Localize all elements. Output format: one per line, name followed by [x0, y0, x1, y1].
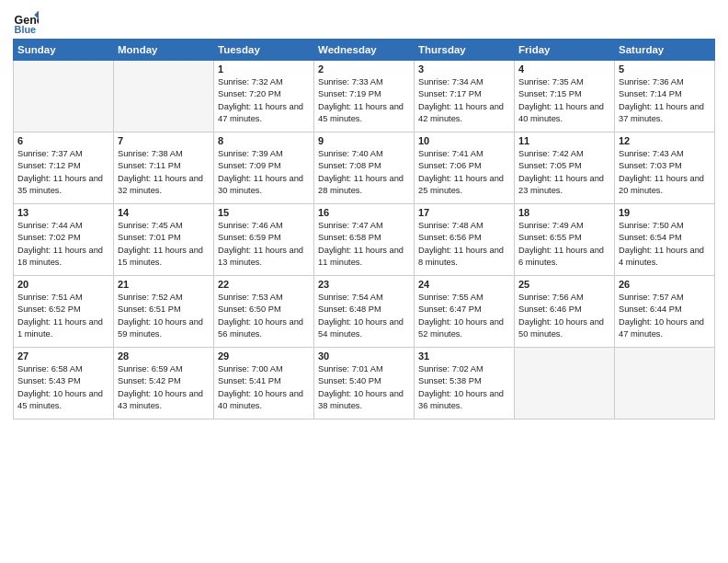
sunrise-label: Sunrise: 7:54 AM	[318, 293, 383, 302]
calendar-cell: 20 Sunrise: 7:51 AM Sunset: 6:52 PM Dayl…	[14, 276, 114, 348]
day-number: 2	[318, 63, 410, 75]
day-info: Sunrise: 7:52 AM Sunset: 6:51 PM Dayligh…	[118, 292, 210, 341]
calendar-cell: 24 Sunrise: 7:55 AM Sunset: 6:47 PM Dayl…	[415, 276, 515, 348]
weekday-sunday: Sunday	[14, 40, 114, 61]
week-row-5: 27 Sunrise: 6:58 AM Sunset: 5:43 PM Dayl…	[14, 348, 715, 419]
day-info: Sunrise: 7:43 AM Sunset: 7:03 PM Dayligh…	[619, 148, 711, 198]
weekday-header-row: SundayMondayTuesdayWednesdayThursdayFrid…	[14, 40, 715, 61]
calendar-cell: 17 Sunrise: 7:48 AM Sunset: 6:56 PM Dayl…	[415, 204, 515, 276]
sunset-label: Sunset: 6:54 PM	[619, 233, 682, 242]
calendar-table: SundayMondayTuesdayWednesdayThursdayFrid…	[13, 39, 715, 419]
sunset-label: Sunset: 5:43 PM	[17, 376, 81, 385]
calendar-cell: 1 Sunrise: 7:32 AM Sunset: 7:20 PM Dayli…	[214, 61, 314, 132]
day-info: Sunrise: 6:58 AM Sunset: 5:43 PM Dayligh…	[17, 363, 109, 413]
daylight-label: Daylight: 10 hours and 43 minutes.	[118, 389, 203, 410]
day-info: Sunrise: 7:32 AM Sunset: 7:20 PM Dayligh…	[218, 76, 310, 126]
daylight-label: Daylight: 11 hours and 35 minutes.	[17, 174, 103, 195]
day-number: 15	[218, 207, 310, 218]
calendar-cell: 14 Sunrise: 7:45 AM Sunset: 7:01 PM Dayl…	[114, 204, 214, 276]
day-number: 12	[619, 135, 711, 146]
sunrise-label: Sunrise: 7:42 AM	[518, 149, 584, 158]
day-info: Sunrise: 7:57 AM Sunset: 6:44 PM Dayligh…	[619, 292, 711, 341]
day-info: Sunrise: 7:46 AM Sunset: 6:59 PM Dayligh…	[218, 220, 310, 270]
sunset-label: Sunset: 6:52 PM	[17, 304, 81, 314]
day-info: Sunrise: 7:35 AM Sunset: 7:15 PM Dayligh…	[518, 76, 610, 126]
sunset-label: Sunset: 7:15 PM	[518, 89, 582, 98]
daylight-label: Daylight: 10 hours and 45 minutes.	[17, 389, 103, 410]
sunset-label: Sunset: 7:08 PM	[318, 161, 381, 170]
day-number: 14	[118, 207, 210, 218]
sunrise-label: Sunrise: 7:02 AM	[418, 364, 483, 373]
sunrise-label: Sunrise: 7:00 AM	[218, 364, 283, 373]
calendar-cell	[515, 348, 615, 419]
sunrise-label: Sunrise: 7:38 AM	[118, 149, 183, 158]
day-number: 10	[418, 135, 510, 146]
week-row-3: 13 Sunrise: 7:44 AM Sunset: 7:02 PM Dayl…	[14, 204, 715, 276]
sunrise-label: Sunrise: 7:45 AM	[118, 221, 183, 230]
daylight-label: Daylight: 11 hours and 37 minutes.	[619, 102, 704, 123]
sunset-label: Sunset: 6:51 PM	[118, 304, 181, 314]
calendar-cell: 9 Sunrise: 7:40 AM Sunset: 7:08 PM Dayli…	[314, 132, 415, 204]
sunrise-label: Sunrise: 7:57 AM	[619, 293, 684, 302]
sunset-label: Sunset: 7:11 PM	[118, 161, 181, 170]
day-number: 26	[619, 279, 711, 290]
sunrise-label: Sunrise: 7:34 AM	[418, 77, 483, 86]
weekday-thursday: Thursday	[415, 40, 515, 61]
sunset-label: Sunset: 7:12 PM	[17, 161, 81, 170]
day-number: 16	[318, 207, 410, 218]
sunrise-label: Sunrise: 7:39 AM	[218, 149, 283, 158]
day-info: Sunrise: 7:54 AM Sunset: 6:48 PM Dayligh…	[318, 292, 410, 341]
daylight-label: Daylight: 11 hours and 6 minutes.	[518, 246, 604, 267]
week-row-2: 6 Sunrise: 7:37 AM Sunset: 7:12 PM Dayli…	[14, 132, 715, 204]
calendar-cell: 4 Sunrise: 7:35 AM Sunset: 7:15 PM Dayli…	[515, 61, 615, 132]
day-info: Sunrise: 7:00 AM Sunset: 5:41 PM Dayligh…	[218, 363, 310, 413]
sunrise-label: Sunrise: 6:58 AM	[17, 364, 83, 373]
day-number: 29	[218, 350, 310, 362]
day-number: 17	[418, 207, 510, 218]
sunset-label: Sunset: 7:20 PM	[218, 89, 281, 98]
daylight-label: Daylight: 11 hours and 1 minute.	[17, 317, 103, 339]
weekday-tuesday: Tuesday	[214, 40, 314, 61]
day-number: 11	[518, 135, 610, 146]
sunrise-label: Sunrise: 7:32 AM	[218, 77, 283, 86]
day-info: Sunrise: 7:44 AM Sunset: 7:02 PM Dayligh…	[17, 220, 109, 270]
day-info: Sunrise: 7:39 AM Sunset: 7:09 PM Dayligh…	[218, 148, 310, 198]
day-info: Sunrise: 7:40 AM Sunset: 7:08 PM Dayligh…	[318, 148, 410, 198]
sunset-label: Sunset: 6:48 PM	[318, 304, 381, 314]
day-number: 7	[118, 135, 210, 146]
daylight-label: Daylight: 11 hours and 40 minutes.	[518, 102, 604, 123]
calendar-cell: 7 Sunrise: 7:38 AM Sunset: 7:11 PM Dayli…	[114, 132, 214, 204]
svg-text:Blue: Blue	[15, 24, 37, 35]
sunrise-label: Sunrise: 7:49 AM	[518, 221, 584, 230]
week-row-1: 1 Sunrise: 7:32 AM Sunset: 7:20 PM Dayli…	[14, 61, 715, 132]
calendar-cell: 18 Sunrise: 7:49 AM Sunset: 6:55 PM Dayl…	[515, 204, 615, 276]
daylight-label: Daylight: 11 hours and 45 minutes.	[318, 102, 404, 123]
sunset-label: Sunset: 5:41 PM	[218, 376, 281, 385]
sunset-label: Sunset: 6:55 PM	[518, 233, 582, 242]
daylight-label: Daylight: 11 hours and 30 minutes.	[218, 174, 303, 195]
daylight-label: Daylight: 10 hours and 52 minutes.	[418, 317, 504, 339]
daylight-label: Daylight: 10 hours and 47 minutes.	[619, 317, 704, 339]
sunrise-label: Sunrise: 7:46 AM	[218, 221, 283, 230]
calendar-cell: 19 Sunrise: 7:50 AM Sunset: 6:54 PM Dayl…	[615, 204, 715, 276]
logo: General Blue	[13, 9, 39, 35]
sunset-label: Sunset: 7:17 PM	[418, 89, 482, 98]
calendar-cell: 8 Sunrise: 7:39 AM Sunset: 7:09 PM Dayli…	[214, 132, 314, 204]
daylight-label: Daylight: 11 hours and 20 minutes.	[619, 174, 704, 195]
day-number: 24	[418, 279, 510, 290]
calendar-body: 1 Sunrise: 7:32 AM Sunset: 7:20 PM Dayli…	[14, 61, 715, 419]
calendar-cell: 28 Sunrise: 6:59 AM Sunset: 5:42 PM Dayl…	[114, 348, 214, 419]
calendar-cell: 25 Sunrise: 7:56 AM Sunset: 6:46 PM Dayl…	[515, 276, 615, 348]
daylight-label: Daylight: 11 hours and 32 minutes.	[118, 174, 203, 195]
day-number: 5	[619, 63, 711, 75]
day-info: Sunrise: 7:01 AM Sunset: 5:40 PM Dayligh…	[318, 363, 410, 413]
daylight-label: Daylight: 10 hours and 56 minutes.	[218, 317, 303, 339]
sunrise-label: Sunrise: 7:35 AM	[518, 77, 584, 86]
daylight-label: Daylight: 11 hours and 18 minutes.	[17, 246, 103, 267]
sunrise-label: Sunrise: 7:56 AM	[518, 293, 584, 302]
sunset-label: Sunset: 6:56 PM	[418, 233, 482, 242]
day-number: 13	[17, 207, 109, 218]
day-number: 6	[17, 135, 109, 146]
sunset-label: Sunset: 6:59 PM	[218, 233, 281, 242]
day-info: Sunrise: 7:41 AM Sunset: 7:06 PM Dayligh…	[418, 148, 510, 198]
